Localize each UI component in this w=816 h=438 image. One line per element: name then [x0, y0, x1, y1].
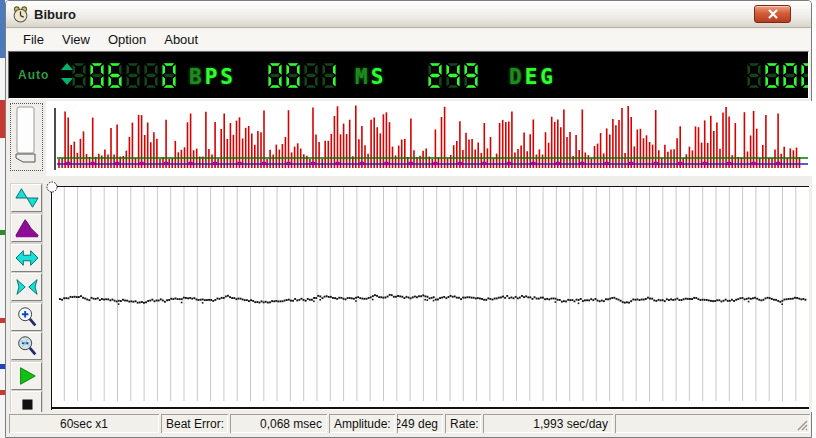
status-timescale: 60sec x1 — [9, 414, 159, 433]
resize-grip-icon[interactable] — [796, 419, 808, 431]
close-icon — [767, 8, 779, 20]
toolbar — [8, 100, 46, 412]
status-amplitude-value: 249 deg — [397, 414, 443, 433]
rate-chart — [51, 186, 809, 410]
sine-wave-icon — [14, 186, 40, 210]
chart-origin-marker[interactable] — [45, 180, 59, 194]
led-digit — [782, 60, 798, 91]
led-deg-digits — [427, 60, 479, 91]
led-bps-digits — [71, 60, 177, 91]
led-digit — [800, 60, 809, 91]
led-digit — [303, 60, 319, 91]
peak-mode-button[interactable] — [11, 214, 42, 242]
arrows-inward-icon — [14, 276, 40, 298]
magnifier-plus-icon — [15, 305, 39, 329]
led-digit — [764, 60, 780, 91]
led-digit — [746, 60, 762, 91]
arrow-left-right-icon — [14, 247, 40, 269]
window-title: Biburo — [34, 7, 76, 22]
led-digit — [321, 60, 337, 91]
zoom-out-button[interactable] — [11, 332, 42, 360]
led-digit — [71, 60, 87, 91]
status-rate-label: Rate: — [445, 414, 481, 433]
zoom-in-button[interactable] — [11, 303, 42, 331]
audio-signal-strip — [46, 101, 812, 176]
led-digit — [89, 60, 105, 91]
status-rate-value: 1,993 sec/day — [483, 414, 613, 433]
content-area — [46, 100, 812, 412]
led-bps-unit: BPS — [189, 65, 236, 89]
led-digit — [161, 60, 177, 91]
close-button[interactable] — [754, 5, 791, 23]
rate-chart-area — [46, 176, 812, 412]
led-digit — [445, 60, 461, 91]
menu-option[interactable]: Option — [99, 30, 155, 49]
magnifier-minus-icon — [15, 334, 39, 358]
start-button[interactable] — [11, 362, 42, 390]
auto-mode-label: Auto — [18, 68, 49, 82]
slider-icon — [11, 104, 42, 170]
menu-about[interactable]: About — [155, 30, 207, 49]
screen: { "window": { "title": "Biburo" }, "menu… — [0, 0, 816, 438]
play-triangle-icon — [15, 365, 39, 387]
led-rate-digits — [746, 60, 809, 91]
led-digit — [107, 60, 123, 91]
menubar: File View Option About — [6, 29, 811, 50]
led-digit — [427, 60, 443, 91]
expand-horizontal-button[interactable] — [11, 244, 42, 272]
menu-file[interactable]: File — [14, 30, 53, 49]
led-digit — [463, 60, 479, 91]
led-digit — [267, 60, 283, 91]
status-amplitude-label: Amplitude: — [329, 414, 395, 433]
level-slider[interactable] — [10, 103, 43, 171]
statusbar: 60sec x1 Beat Error: 0,068 msec Amplitud… — [8, 412, 811, 435]
led-digit — [125, 60, 141, 91]
status-beat-error-label: Beat Error: — [161, 414, 228, 433]
led-deg-unit: DEG — [509, 65, 556, 89]
titlebar: Biburo — [6, 1, 811, 28]
collapse-horizontal-button[interactable] — [11, 273, 42, 301]
app-icon — [12, 6, 29, 23]
led-ms-unit: MS — [355, 65, 386, 89]
led-digit — [143, 60, 159, 91]
menu-view[interactable]: View — [53, 30, 99, 49]
led-digit — [285, 60, 301, 91]
pulse-peak-icon — [14, 216, 40, 240]
status-spare-panel — [615, 414, 810, 433]
waveform-mode-button[interactable] — [11, 184, 42, 212]
status-beat-error-value: 0,068 msec — [230, 414, 327, 433]
led-display-panel: Auto BPS MS DEG — [8, 51, 809, 99]
led-ms-digits — [267, 60, 337, 91]
app-window: Biburo File View Option About Auto BPS M… — [5, 0, 812, 438]
